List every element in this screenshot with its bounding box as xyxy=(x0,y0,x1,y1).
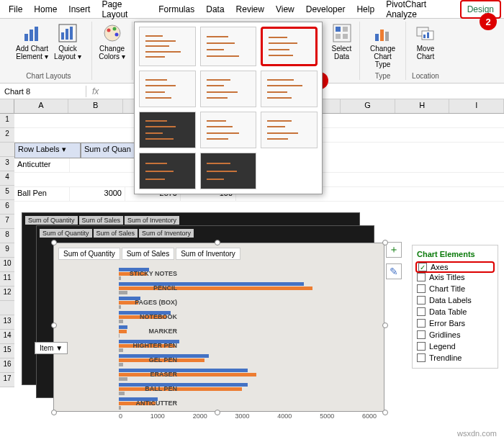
svg-rect-14 xyxy=(336,34,341,39)
row-header[interactable]: 17 xyxy=(0,373,14,387)
move-chart-button[interactable]: Move Chart xyxy=(414,22,437,62)
cell[interactable]: 3000 xyxy=(70,187,125,201)
col-header[interactable]: B xyxy=(68,99,123,113)
selection-handle[interactable] xyxy=(215,410,220,415)
row-header[interactable]: 1 xyxy=(0,114,14,128)
selection-handle[interactable] xyxy=(382,410,388,415)
pivot-chart[interactable]: Sum of Quantity Sum of Sales Sum of Inve… xyxy=(53,243,384,412)
layout-thumb[interactable] xyxy=(139,27,196,66)
col-header[interactable]: I xyxy=(449,99,504,113)
tab-home[interactable]: Home xyxy=(28,1,63,17)
selection-handle[interactable] xyxy=(51,240,57,245)
chart-category-label: GEL PEN xyxy=(119,356,180,364)
row-header[interactable]: 11 xyxy=(0,272,14,287)
cell[interactable]: Ball Pen xyxy=(14,187,70,201)
checkbox-icon xyxy=(417,284,426,293)
row-header[interactable] xyxy=(0,143,14,157)
svg-rect-17 xyxy=(380,30,384,41)
row-header[interactable]: 6 xyxy=(0,200,14,215)
selection-handle[interactable] xyxy=(51,323,57,328)
chart-element-option[interactable]: Data Labels xyxy=(417,294,493,306)
chart-element-option[interactable]: Legend xyxy=(417,340,493,352)
tab-developer[interactable]: Developer xyxy=(300,1,351,17)
chart-x-axis: 0100020003000400050006000 xyxy=(119,411,377,421)
selection-handle[interactable] xyxy=(215,240,220,245)
row-header[interactable]: 10 xyxy=(0,258,14,272)
chart-field-button[interactable]: Sum of Quantity xyxy=(58,248,120,260)
tab-insert[interactable]: Insert xyxy=(63,1,96,17)
pivot-row-labels[interactable]: Row Labels ▾ xyxy=(14,143,81,158)
move-chart-icon xyxy=(415,23,436,43)
chart-element-label: Data Table xyxy=(429,307,467,316)
chart-element-option[interactable]: Trendline xyxy=(417,352,493,364)
cell[interactable]: Anticutter xyxy=(14,158,70,172)
layout-thumb[interactable] xyxy=(261,71,318,107)
chart-item-filter[interactable]: Item ▼ xyxy=(35,342,68,354)
name-box[interactable]: Chart 8 xyxy=(0,86,86,97)
row-header[interactable]: 2 xyxy=(0,128,14,143)
chart-element-option[interactable]: Error Bars xyxy=(417,317,493,329)
chart-element-option[interactable]: Data Table xyxy=(417,306,493,317)
group-location: Location xyxy=(412,72,439,80)
select-data-icon xyxy=(332,23,352,43)
chart-element-label: Gridlines xyxy=(429,330,460,339)
row-header[interactable]: 14 xyxy=(0,330,14,344)
layout-thumb[interactable] xyxy=(139,71,196,107)
svg-rect-1 xyxy=(30,30,33,41)
change-chart-type-button[interactable]: Change Chart Type xyxy=(364,22,401,70)
chart-field-button[interactable]: Sum of Inventory xyxy=(176,248,240,260)
col-header[interactable]: A xyxy=(14,99,69,113)
row-header[interactable]: 7 xyxy=(0,215,14,229)
layout-thumb[interactable] xyxy=(200,153,257,189)
col-header[interactable]: H xyxy=(395,99,450,113)
chart-element-label: Chart Title xyxy=(429,284,465,293)
chart-element-option[interactable]: Gridlines xyxy=(417,329,493,340)
quick-layout-button[interactable]: Quick Layout ▾ xyxy=(53,22,83,62)
change-colors-button[interactable]: Change Colors ▾ xyxy=(97,22,127,62)
chart-element-icon xyxy=(22,23,42,43)
fx-label: fx xyxy=(86,86,104,96)
row-header[interactable]: 8 xyxy=(0,229,14,243)
layout-thumb[interactable] xyxy=(200,71,257,107)
tab-file[interactable]: File xyxy=(3,1,28,17)
layout-thumb[interactable] xyxy=(200,112,257,148)
chart-tab: Sum of Sales xyxy=(79,216,124,225)
row-header[interactable]: 3 xyxy=(0,157,14,171)
row-header[interactable] xyxy=(0,301,14,315)
checkbox-icon xyxy=(417,307,426,316)
layout-thumb[interactable] xyxy=(200,27,257,66)
tab-page-layout[interactable]: Page Layout xyxy=(96,0,153,22)
tab-formulas[interactable]: Formulas xyxy=(153,1,200,17)
svg-rect-16 xyxy=(375,34,379,41)
row-header[interactable]: 4 xyxy=(0,171,14,186)
chart-elements-button[interactable]: ＋ xyxy=(386,242,402,258)
tab-review[interactable]: Review xyxy=(230,1,270,17)
row-header[interactable]: 13 xyxy=(0,315,14,330)
tab-pivotchart-analyze[interactable]: PivotChart Analyze xyxy=(380,0,460,22)
layout-thumb-selected[interactable] xyxy=(261,27,318,66)
row-header[interactable]: 12 xyxy=(0,287,14,301)
chart-field-button[interactable]: Sum of Sales xyxy=(122,248,174,260)
col-header[interactable]: G xyxy=(341,99,395,113)
selection-handle[interactable] xyxy=(382,240,388,245)
chart-element-option[interactable]: Axis Titles xyxy=(417,271,493,283)
row-header[interactable]: 5 xyxy=(0,186,14,200)
svg-rect-15 xyxy=(343,34,348,39)
tab-help[interactable]: Help xyxy=(351,1,380,17)
chart-styles-button[interactable]: ✎ xyxy=(386,263,402,279)
row-header[interactable]: 15 xyxy=(0,344,14,358)
selection-handle[interactable] xyxy=(51,410,57,415)
chart-side-buttons: ＋ ✎ xyxy=(386,242,402,279)
layout-thumb[interactable] xyxy=(261,112,318,148)
chart-element-option[interactable]: Chart Title xyxy=(417,283,493,294)
select-data-button[interactable]: Select Data xyxy=(330,22,354,62)
row-header[interactable]: 16 xyxy=(0,358,14,373)
layout-thumb[interactable] xyxy=(139,112,196,148)
add-chart-element-button[interactable]: Add Chart Element ▾ xyxy=(14,22,50,62)
layout-thumb[interactable] xyxy=(139,153,196,189)
tab-view[interactable]: View xyxy=(270,1,300,17)
selection-handle[interactable] xyxy=(382,323,388,328)
row-header[interactable]: 9 xyxy=(0,243,14,258)
chart-elements-panel: Chart Elements ✓AxesAxis TitlesChart Tit… xyxy=(412,245,498,369)
tab-data[interactable]: Data xyxy=(200,1,230,17)
